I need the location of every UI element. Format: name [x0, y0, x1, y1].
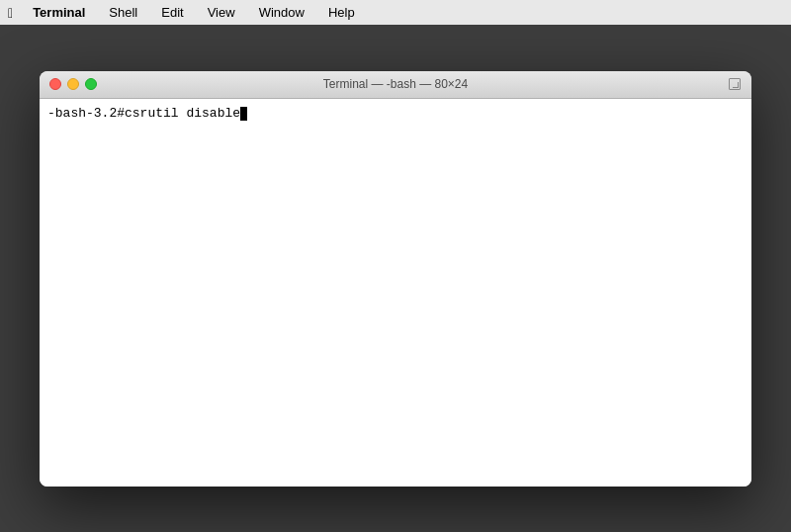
resize-icon-container [728, 77, 742, 91]
desktop: Terminal — -bash — 80×24 -bash-3.2# csru… [0, 25, 791, 532]
title-bar: Terminal — -bash — 80×24 [40, 71, 751, 99]
traffic-lights [49, 78, 97, 90]
maximize-button[interactable] [85, 78, 97, 90]
menu-edit[interactable]: Edit [157, 3, 187, 22]
cursor [240, 107, 247, 121]
command-text: csrutil disable [125, 105, 240, 123]
menu-help[interactable]: Help [324, 3, 359, 22]
menu-bar:  Terminal Shell Edit View Window Help [0, 0, 791, 25]
menu-window[interactable]: Window [255, 3, 308, 22]
menu-terminal[interactable]: Terminal [29, 3, 89, 22]
minimize-button[interactable] [67, 78, 79, 90]
menu-shell[interactable]: Shell [105, 3, 141, 22]
close-button[interactable] [49, 78, 61, 90]
terminal-line: -bash-3.2# csrutil disable [47, 105, 744, 123]
resize-icon [729, 78, 741, 90]
menu-view[interactable]: View [204, 3, 239, 22]
prompt: -bash-3.2# [47, 105, 125, 123]
terminal-window: Terminal — -bash — 80×24 -bash-3.2# csru… [40, 71, 751, 487]
window-title: Terminal — -bash — 80×24 [323, 77, 468, 91]
apple-menu[interactable]:  [8, 5, 13, 21]
terminal-content[interactable]: -bash-3.2# csrutil disable [40, 99, 751, 487]
